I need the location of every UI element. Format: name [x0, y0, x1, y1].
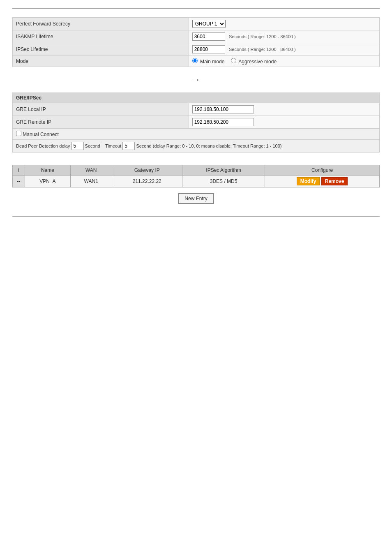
- row-wan: WAN1: [70, 176, 112, 187]
- col-wan: WAN: [70, 165, 112, 176]
- remove-button[interactable]: Remove: [321, 177, 348, 185]
- pfs-select[interactable]: GROUP 1 GROUP 2 GROUP 5 None: [192, 20, 226, 28]
- isakmp-input[interactable]: [192, 32, 225, 41]
- gre-local-value-cell: [189, 103, 379, 116]
- table-row: -- VPN_A WAN1 211.22.22.22 3DES / MD5 Mo…: [13, 176, 380, 187]
- ipsec-lifetime-input[interactable]: [192, 45, 225, 53]
- col-gateway-ip: Gateway IP: [112, 165, 182, 176]
- gre-local-input[interactable]: [192, 105, 254, 113]
- row-gateway-ip: 211.22.22.22: [112, 176, 182, 187]
- ipsec-lifetime-hint: Seconds ( Range: 1200 - 86400 ): [229, 47, 296, 52]
- ipsec-lifetime-value-cell: Seconds ( Range: 1200 - 86400 ): [189, 43, 379, 56]
- pfs-row: Perfect Forward Secrecy GROUP 1 GROUP 2 …: [13, 18, 380, 30]
- new-entry-button[interactable]: New Entry: [178, 193, 214, 204]
- mode-label: Mode: [13, 56, 189, 67]
- top-divider: [12, 8, 380, 9]
- pfs-label: Perfect Forward Secrecy: [13, 18, 189, 30]
- new-entry-section: New Entry: [12, 193, 380, 204]
- gre-header: GRE/IPSec: [13, 93, 380, 103]
- arrow-icon: →: [191, 74, 201, 85]
- bottom-divider: [12, 216, 380, 217]
- row-ipsec-algorithm: 3DES / MD5: [182, 176, 265, 187]
- dpd-prefix: Dead Peer Detection delay: [16, 143, 70, 148]
- aggressive-mode-text: Aggressive mode: [238, 59, 277, 65]
- page-wrapper: Perfect Forward Secrecy GROUP 1 GROUP 2 …: [0, 0, 392, 555]
- vpn-table: i Name WAN Gateway IP IPSec Algorithm Co…: [12, 165, 380, 187]
- row-i: --: [13, 176, 25, 187]
- row-configure-cell: Modify Remove: [265, 176, 380, 187]
- dpd-row: Dead Peer Detection delay Second Timeout…: [13, 140, 380, 153]
- gre-remote-value-cell: [189, 116, 379, 129]
- vpn-table-head: i Name WAN Gateway IP IPSec Algorithm Co…: [13, 165, 380, 176]
- pfs-value-cell: GROUP 1 GROUP 2 GROUP 5 None: [189, 18, 379, 30]
- isakmp-label: ISAKMP Lifetime: [13, 30, 189, 43]
- vpn-table-body: -- VPN_A WAN1 211.22.22.22 3DES / MD5 Mo…: [13, 176, 380, 187]
- dpd-timeout-label: Timeout: [105, 143, 121, 148]
- settings-table: Perfect Forward Secrecy GROUP 1 GROUP 2 …: [12, 17, 380, 67]
- col-i: i: [13, 165, 25, 176]
- row-name: VPN_A: [25, 176, 71, 187]
- dpd-delay-input[interactable]: [71, 142, 84, 150]
- gre-remote-label: GRE Remote IP: [13, 116, 189, 129]
- manual-connect-cell: Manual Connect: [13, 129, 380, 140]
- dpd-hint: Second (delay Range: 0 - 10, 0: means di…: [136, 143, 281, 148]
- gre-header-row: GRE/IPSec: [13, 93, 380, 103]
- isakmp-row: ISAKMP Lifetime Seconds ( Range: 1200 - …: [13, 30, 380, 43]
- vpn-table-header-row: i Name WAN Gateway IP IPSec Algorithm Co…: [13, 165, 380, 176]
- gre-local-label: GRE Local IP: [13, 103, 189, 116]
- mode-value-cell: Main mode Aggressive mode: [189, 56, 379, 67]
- dpd-timeout-input[interactable]: [122, 142, 135, 150]
- ipsec-lifetime-row: IPSec Lifetime Seconds ( Range: 1200 - 8…: [13, 43, 380, 56]
- gre-remote-row: GRE Remote IP: [13, 116, 380, 129]
- aggressive-mode-label[interactable]: Aggressive mode: [231, 59, 277, 65]
- col-ipsec-algorithm: IPSec Algorithm: [182, 165, 265, 176]
- aggressive-mode-radio[interactable]: [231, 58, 236, 63]
- isakmp-hint: Seconds ( Range: 1200 - 86400 ): [229, 34, 296, 39]
- main-mode-radio[interactable]: [192, 58, 198, 63]
- gre-local-row: GRE Local IP: [13, 103, 380, 116]
- dpd-cell: Dead Peer Detection delay Second Timeout…: [13, 140, 380, 153]
- col-configure: Configure: [265, 165, 380, 176]
- manual-connect-checkbox[interactable]: [16, 131, 21, 136]
- dpd-delay-unit: Second: [85, 143, 100, 148]
- modify-button[interactable]: Modify: [297, 177, 320, 185]
- manual-connect-row: Manual Connect: [13, 129, 380, 140]
- manual-connect-label: Manual Connect: [23, 132, 58, 137]
- col-name: Name: [25, 165, 71, 176]
- gre-remote-input[interactable]: [192, 118, 254, 126]
- arrow-section: →: [12, 74, 380, 85]
- isakmp-value-cell: Seconds ( Range: 1200 - 86400 ): [189, 30, 379, 43]
- mode-row: Mode Main mode Aggressive mode: [13, 56, 380, 67]
- main-mode-label[interactable]: Main mode: [192, 59, 226, 65]
- gre-table: GRE/IPSec GRE Local IP GRE Remote IP Man…: [12, 92, 380, 153]
- mode-radio-group: Main mode Aggressive mode: [192, 58, 376, 65]
- ipsec-lifetime-label: IPSec Lifetime: [13, 43, 189, 56]
- main-mode-text: Main mode: [200, 59, 224, 65]
